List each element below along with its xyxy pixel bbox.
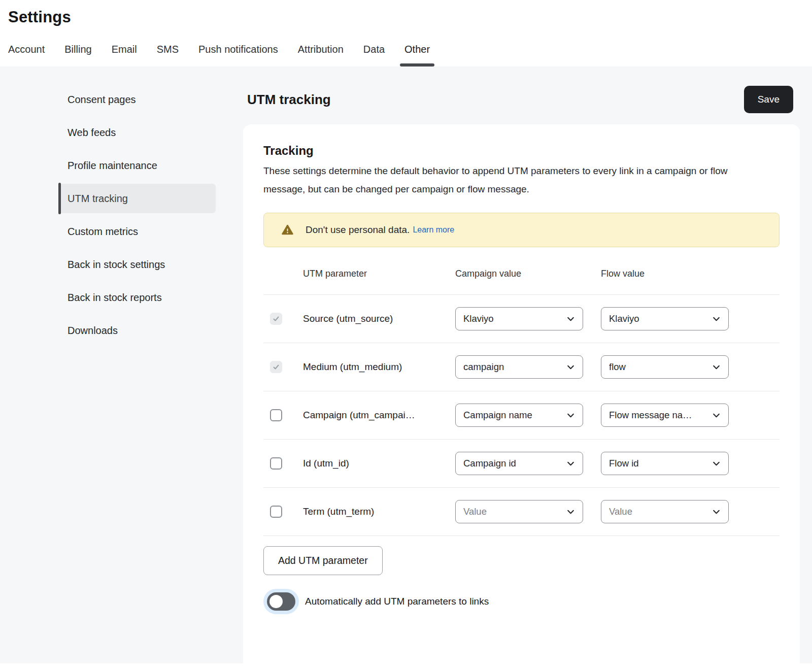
sidebar-item-back-in-stock-settings[interactable]: Back in stock settings (58, 250, 216, 279)
campaign-checkbox[interactable] (270, 409, 282, 421)
term-checkbox[interactable] (270, 506, 282, 518)
chevron-down-icon (566, 459, 575, 468)
main-panel: UTM tracking Save Tracking These setting… (243, 66, 800, 668)
table-row-term: Term (utm_term) Value Value (263, 488, 780, 536)
row-label-term: Term (utm_term) (297, 506, 449, 517)
header-utm-parameter: UTM parameter (297, 269, 449, 279)
content-area: Consent pages Web feeds Profile maintena… (0, 66, 812, 663)
sidebar-item-back-in-stock-reports[interactable]: Back in stock reports (58, 283, 216, 312)
check-icon (272, 315, 280, 323)
id-flow-value-select[interactable]: Flow id (601, 452, 729, 475)
tracking-card: Tracking These settings determine the de… (243, 124, 800, 668)
tab-sms[interactable]: SMS (157, 44, 179, 66)
chevron-down-icon (566, 411, 575, 420)
save-button[interactable]: Save (744, 86, 793, 113)
medium-checkbox (270, 361, 282, 373)
auto-add-utm-toggle[interactable] (267, 592, 295, 611)
warning-banner: Don't use personal data. Learn more (263, 213, 780, 247)
check-icon (272, 363, 280, 371)
warning-triangle-icon (281, 224, 294, 236)
auto-add-utm-row: Automatically add UTM parameters to link… (263, 592, 780, 611)
table-row-medium: Medium (utm_medium) campaign flow (263, 343, 780, 391)
main-heading-row: UTM tracking Save (243, 86, 800, 113)
chevron-down-icon (712, 363, 721, 372)
chevron-down-icon (566, 508, 575, 516)
table-row-id: Id (utm_id) Campaign id Flow id (263, 440, 780, 488)
toggle-knob (269, 595, 283, 608)
medium-flow-value-select[interactable]: flow (601, 355, 729, 379)
id-checkbox[interactable] (270, 457, 282, 470)
term-flow-value-select[interactable]: Value (601, 500, 729, 523)
campaign-flow-value-select[interactable]: Flow message na… (601, 404, 729, 427)
row-label-medium: Medium (utm_medium) (297, 361, 449, 373)
chevron-down-icon (712, 315, 721, 323)
auto-add-utm-label: Automatically add UTM parameters to link… (305, 596, 489, 607)
chevron-down-icon (712, 411, 721, 420)
chevron-down-icon (712, 459, 721, 468)
id-campaign-value-select[interactable]: Campaign id (455, 452, 583, 475)
page-header: Settings Account Billing Email SMS Push … (0, 0, 812, 66)
table-row-source: Source (utm_source) Klaviyo Klaviyo (263, 295, 780, 343)
settings-tab-bar: Account Billing Email SMS Push notificat… (8, 44, 812, 66)
tab-data[interactable]: Data (363, 44, 385, 66)
sidebar-item-custom-metrics[interactable]: Custom metrics (58, 217, 216, 246)
source-campaign-value-select[interactable]: Klaviyo (455, 307, 583, 330)
tab-email[interactable]: Email (112, 44, 137, 66)
sidebar-item-profile-maintenance[interactable]: Profile maintenance (58, 151, 216, 180)
sidebar-item-downloads[interactable]: Downloads (58, 316, 216, 345)
utm-parameters-table: UTM parameter Campaign value Flow value … (263, 262, 780, 536)
chevron-down-icon (566, 315, 575, 323)
learn-more-link[interactable]: Learn more (413, 225, 454, 235)
source-flow-value-select[interactable]: Klaviyo (601, 307, 729, 330)
tab-push-notifications[interactable]: Push notifications (198, 44, 278, 66)
tab-other[interactable]: Other (404, 44, 430, 66)
sidebar-item-consent-pages[interactable]: Consent pages (58, 85, 216, 114)
source-checkbox (270, 313, 282, 325)
table-row-campaign: Campaign (utm_campai… Campaign name Flow… (263, 391, 780, 440)
card-description: These settings determine the default beh… (263, 162, 766, 198)
row-label-campaign: Campaign (utm_campai… (297, 410, 449, 421)
header-flow-value: Flow value (595, 269, 780, 279)
tab-account[interactable]: Account (8, 44, 45, 66)
campaign-campaign-value-select[interactable]: Campaign name (455, 404, 583, 427)
add-utm-parameter-button[interactable]: Add UTM parameter (263, 546, 383, 575)
warning-text: Don't use personal data. (306, 224, 410, 236)
table-header-row: UTM parameter Campaign value Flow value (263, 262, 780, 295)
card-title: Tracking (263, 144, 780, 158)
row-label-id: Id (utm_id) (297, 458, 449, 469)
page-title: Settings (8, 8, 812, 26)
term-campaign-value-select[interactable]: Value (455, 500, 583, 523)
section-heading: UTM tracking (247, 92, 331, 108)
header-campaign-value: Campaign value (449, 269, 595, 279)
chevron-down-icon (566, 363, 575, 372)
settings-sidebar: Consent pages Web feeds Profile maintena… (58, 66, 216, 349)
sidebar-item-utm-tracking[interactable]: UTM tracking (58, 184, 216, 213)
sidebar-item-web-feeds[interactable]: Web feeds (58, 118, 216, 147)
medium-campaign-value-select[interactable]: campaign (455, 355, 583, 379)
tab-billing[interactable]: Billing (64, 44, 91, 66)
tab-attribution[interactable]: Attribution (298, 44, 344, 66)
active-tab-underline (400, 63, 434, 66)
chevron-down-icon (712, 508, 721, 516)
row-label-source: Source (utm_source) (297, 313, 449, 324)
